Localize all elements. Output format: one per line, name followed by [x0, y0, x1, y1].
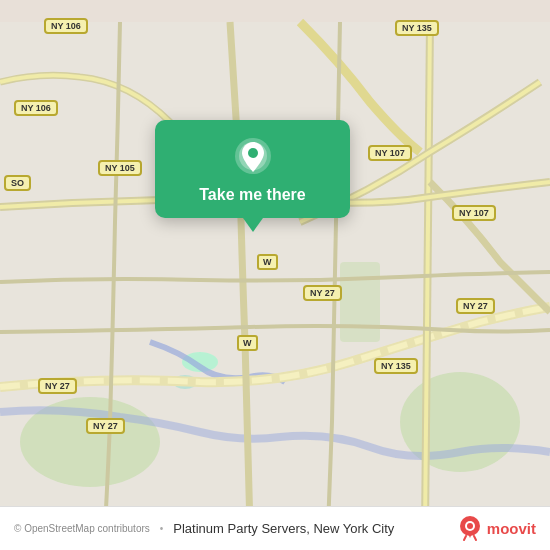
- map-svg: [0, 0, 550, 550]
- svg-point-11: [467, 523, 473, 529]
- svg-line-13: [474, 536, 476, 540]
- map-tooltip[interactable]: Take me there: [155, 120, 350, 218]
- tooltip-label: Take me there: [199, 186, 305, 204]
- svg-rect-3: [340, 262, 380, 342]
- separator: •: [160, 523, 164, 534]
- moovit-icon: [457, 516, 483, 542]
- location-label: Platinum Party Servers, New York City: [173, 521, 394, 536]
- attribution-text: © OpenStreetMap contributors: [14, 523, 150, 534]
- map-container: NY 106 NY 106 NY 105 NY 107 NY 107 NY 13…: [0, 0, 550, 550]
- bottom-bar: © OpenStreetMap contributors • Platinum …: [0, 506, 550, 550]
- location-pin-icon: [231, 134, 275, 178]
- svg-line-12: [464, 536, 466, 540]
- bottom-left: © OpenStreetMap contributors • Platinum …: [14, 521, 394, 536]
- moovit-text: moovit: [487, 520, 536, 537]
- moovit-logo[interactable]: moovit: [457, 516, 536, 542]
- svg-point-8: [248, 148, 258, 158]
